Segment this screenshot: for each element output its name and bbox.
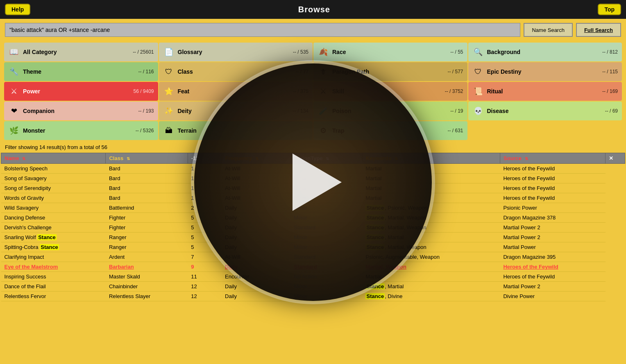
category-background[interactable]: 🔍Background-- / 812 — [468, 43, 622, 61]
cell-source[interactable]: Martial Power 2 — [500, 282, 605, 292]
cell-source[interactable]: Heroes of the Feywild — [500, 272, 605, 282]
epicdestiny-icon: 🛡 — [472, 66, 484, 77]
glossary-icon: 📄 — [163, 46, 175, 58]
stance-keyword: Stance — [40, 244, 59, 250]
cell-class[interactable]: Bard — [106, 193, 188, 203]
disease-label: Disease — [487, 108, 602, 114]
name-search-button[interactable]: Name Search — [524, 23, 572, 37]
disease-count: -- / 69 — [605, 108, 618, 114]
cell-source[interactable]: Dragon Magazine 395 — [500, 252, 605, 262]
col-name[interactable]: Name ⇅ — [1, 153, 106, 164]
theme-count: -- / 116 — [138, 69, 154, 75]
companion-count: -- / 193 — [138, 108, 154, 114]
race-count: -- / 55 — [450, 49, 463, 55]
cell-class[interactable]: Fighter — [106, 223, 188, 233]
page-title: Browse — [298, 5, 330, 14]
cell-name[interactable]: Relentless Fervor — [1, 292, 106, 301]
class-icon: 🛡 — [163, 66, 175, 77]
category-monster[interactable]: 🌿Monster-- / 5326 — [4, 121, 158, 140]
paragon-count: -- / 577 — [447, 69, 463, 75]
cell-class[interactable]: Battlemind — [106, 203, 188, 213]
monster-count: -- / 5326 — [136, 128, 154, 133]
category-ritual[interactable]: 📜Ritual-- / 169 — [468, 82, 622, 101]
ritual-icon: 📜 — [472, 86, 484, 97]
epicdestiny-count: -- / 115 — [602, 69, 618, 75]
monster-icon: 🌿 — [8, 125, 20, 136]
cell-name[interactable]: Dervish's Challenge — [1, 223, 106, 233]
cell-class[interactable]: Ranger — [106, 233, 188, 242]
cell-class[interactable]: Bard — [106, 164, 188, 174]
power-icon: ⚔ — [8, 86, 20, 97]
category-allcat[interactable]: 📖All Category-- / 25601 — [4, 43, 158, 61]
cell-source[interactable]: Martial Power 2 — [500, 223, 605, 233]
col-source[interactable]: Source ⇅ — [500, 153, 605, 164]
background-label: Background — [487, 49, 599, 55]
category-race[interactable]: 🍂Race-- / 55 — [313, 43, 467, 61]
cell-source[interactable]: Martial Power — [500, 242, 605, 252]
cell-source[interactable]: Heroes of the Feywild — [500, 193, 605, 203]
col-class[interactable]: Class ⇅ — [106, 153, 188, 164]
search-bar: Name Search Full Search — [0, 19, 626, 41]
cell-source[interactable]: Heroes of the Feywild — [500, 262, 605, 272]
cell-name[interactable]: Clarifying Impact — [1, 252, 106, 262]
companion-icon: ❤ — [8, 105, 20, 117]
theme-label: Theme — [23, 68, 135, 75]
sort-name-icon: ⇅ — [22, 156, 25, 161]
cell-level: 9 — [188, 262, 222, 272]
cell-class[interactable]: Relentless Slayer — [106, 292, 188, 301]
cell-class[interactable]: Chainbinder — [106, 282, 188, 292]
cell-name[interactable]: Spitting-Cobra Stance — [1, 242, 106, 252]
category-theme[interactable]: 🔧Theme-- / 116 — [4, 62, 158, 81]
cell-name[interactable]: Song of Serendipity — [1, 183, 106, 193]
ritual-label: Ritual — [487, 88, 599, 95]
category-glossary[interactable]: 📄Glossary-- / 535 — [159, 43, 313, 61]
cell-name[interactable]: Eye of the Maelstrom — [1, 262, 106, 272]
cell-class[interactable]: Ardent — [106, 252, 188, 262]
cell-source[interactable]: Heroes of the Feywild — [500, 183, 605, 193]
category-epicdestiny[interactable]: 🛡Epic Destiny-- / 115 — [468, 62, 622, 81]
video-overlay[interactable] — [194, 63, 432, 301]
cell-name[interactable]: Bolstering Speech — [1, 164, 106, 174]
epicdestiny-label: Epic Destiny — [487, 68, 599, 75]
cell-source[interactable]: Divine Power — [500, 292, 605, 301]
power-count: 56 / 9409 — [133, 88, 154, 94]
cell-class[interactable]: Ranger — [106, 242, 188, 252]
cell-name[interactable]: Wild Savagery — [1, 203, 106, 213]
cell-name[interactable]: Inspiring Success — [1, 272, 106, 282]
cell-name[interactable]: Dancing Defense — [1, 213, 106, 223]
cell-name[interactable]: Words of Gravity — [1, 193, 106, 203]
close-column-button[interactable]: ✕ — [606, 153, 625, 164]
top-button[interactable]: Top — [598, 4, 621, 15]
cell-name[interactable]: Snarling Wolf Stance — [1, 233, 106, 242]
cell-keywords: Stance, Martial — [362, 282, 500, 292]
help-button[interactable]: Help — [5, 4, 30, 15]
cell-class[interactable]: Master Skald — [106, 272, 188, 282]
cell-source[interactable]: Martial Power 2 — [500, 233, 605, 242]
companion-label: Companion — [23, 108, 135, 114]
monster-label: Monster — [23, 127, 132, 134]
full-search-button[interactable]: Full Search — [576, 23, 621, 37]
search-input[interactable] — [5, 23, 520, 37]
cell-name[interactable]: Song of Savagery — [1, 174, 106, 183]
cell-source[interactable]: Dragon Magazine 378 — [500, 213, 605, 223]
cell-source[interactable]: Heroes of the Feywild — [500, 174, 605, 183]
category-disease[interactable]: 💀Disease-- / 69 — [468, 102, 622, 120]
cell-class[interactable]: Barbarian — [106, 262, 188, 272]
cell-class[interactable]: Fighter — [106, 213, 188, 223]
sort-class-icon: ⇅ — [127, 156, 130, 161]
cell-class[interactable]: Bard — [106, 183, 188, 193]
category-companion[interactable]: ❤Companion-- / 193 — [4, 102, 158, 120]
cell-name[interactable]: Dance of the Flail — [1, 282, 106, 292]
cell-source[interactable]: Psionic Power — [500, 203, 605, 213]
category-power[interactable]: ⚔Power56 / 9409 — [4, 82, 158, 101]
deity-icon: ✨ — [163, 105, 175, 117]
cell-class[interactable]: Bard — [106, 174, 188, 183]
cell-level: 12 — [188, 292, 222, 301]
cell-source[interactable]: Heroes of the Feywild — [500, 164, 605, 174]
play-icon — [293, 154, 342, 211]
cell-level: 11 — [188, 272, 222, 282]
terrain-icon: 🏔 — [163, 125, 175, 136]
allcat-label: All Category — [23, 49, 129, 55]
stance-keyword: Stance — [37, 234, 57, 240]
race-icon: 🍂 — [318, 46, 329, 58]
